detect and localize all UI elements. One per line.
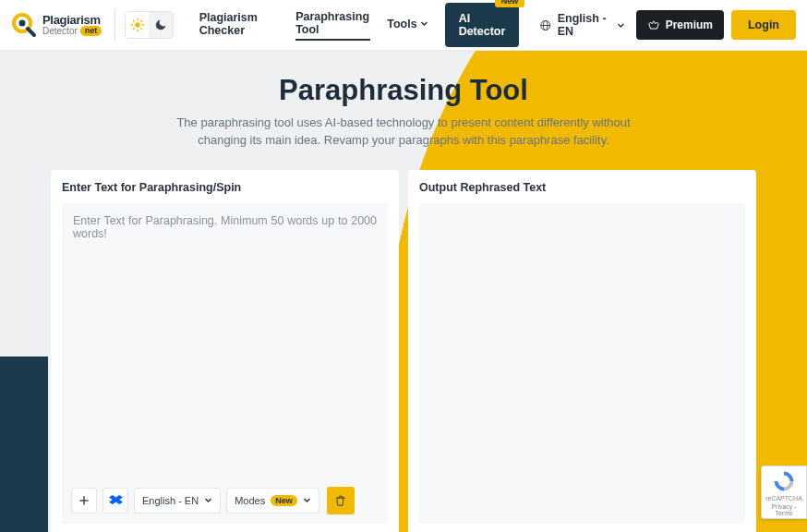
svg-line-8 <box>133 20 134 21</box>
dropbox-button[interactable] <box>102 488 128 514</box>
recaptcha-line1: reCAPTCHA <box>765 495 802 502</box>
svg-line-10 <box>133 29 134 30</box>
theme-toggle[interactable] <box>125 11 173 39</box>
modes-new-badge: New <box>271 495 297 506</box>
chevron-down-icon <box>420 19 428 28</box>
ai-detector-wrap: AI Detector New <box>445 3 520 47</box>
login-button[interactable]: Login <box>731 10 796 40</box>
logo-icon <box>11 12 37 38</box>
logo[interactable]: Plagiarism Detector net <box>11 8 115 42</box>
chevron-down-icon <box>303 496 311 504</box>
main-nav: Plagiarism Checker Paraphrasing Tool Too… <box>199 10 428 41</box>
output-panel-title: Output Rephrased Text <box>419 181 745 194</box>
nav-plagiarism-checker[interactable]: Plagiarism Checker <box>199 11 279 40</box>
svg-point-3 <box>135 22 139 27</box>
panels-container: Enter Text for Paraphrasing/Spin English… <box>51 170 756 532</box>
logo-badge: net <box>80 26 102 36</box>
crown-icon <box>647 18 660 31</box>
new-badge: New <box>495 0 525 7</box>
main-header: Plagiarism Detector net Plagiarism Check… <box>0 0 807 51</box>
page-title: Paraphrasing Tool <box>0 74 807 107</box>
chevron-down-icon <box>617 20 625 30</box>
modes-dropdown[interactable]: Modes New <box>226 488 319 514</box>
output-panel: Output Rephrased Text <box>408 170 756 532</box>
dropbox-icon <box>109 493 123 507</box>
nav-tools-dropdown[interactable]: Tools <box>387 18 428 33</box>
dark-mode-button[interactable] <box>149 12 172 38</box>
hero-section: Paraphrasing Tool The paraphrasing tool … <box>0 51 807 150</box>
svg-line-2 <box>28 29 34 35</box>
svg-point-1 <box>19 20 26 27</box>
svg-line-9 <box>141 29 142 30</box>
clear-button[interactable] <box>327 487 355 514</box>
add-file-button[interactable] <box>71 488 97 514</box>
input-panel-title: Enter Text for Paraphrasing/Spin <box>62 181 388 194</box>
input-toolbar: English - EN Modes New <box>71 487 355 514</box>
input-textarea-wrap: English - EN Modes New <box>62 203 388 524</box>
logo-subtitle: Detector net <box>42 26 102 36</box>
svg-line-11 <box>141 20 142 21</box>
language-selector[interactable]: English - EN <box>539 12 624 38</box>
recaptcha-line2: Privacy - Terms <box>762 503 806 516</box>
plus-icon <box>78 494 90 507</box>
output-area <box>419 203 745 524</box>
chevron-down-icon <box>204 496 212 504</box>
trash-icon <box>334 494 347 507</box>
recaptcha-icon <box>772 469 796 493</box>
sun-icon <box>130 18 145 32</box>
premium-button[interactable]: Premium <box>636 10 724 40</box>
logo-title: Plagiarism <box>42 14 102 26</box>
globe-icon <box>539 18 551 33</box>
light-mode-button[interactable] <box>126 12 149 38</box>
moon-icon <box>154 18 167 31</box>
paraphrase-input[interactable] <box>73 214 377 473</box>
toolbar-language-dropdown[interactable]: English - EN <box>134 488 221 514</box>
input-panel: Enter Text for Paraphrasing/Spin English… <box>51 170 399 532</box>
ai-detector-button[interactable]: AI Detector <box>445 3 520 47</box>
nav-paraphrasing-tool[interactable]: Paraphrasing Tool <box>295 10 370 41</box>
page-subtitle: The paraphrasing tool uses AI-based tech… <box>154 115 653 150</box>
recaptcha-badge[interactable]: reCAPTCHA Privacy - Terms <box>761 466 807 519</box>
dark-background-shape <box>0 357 48 532</box>
